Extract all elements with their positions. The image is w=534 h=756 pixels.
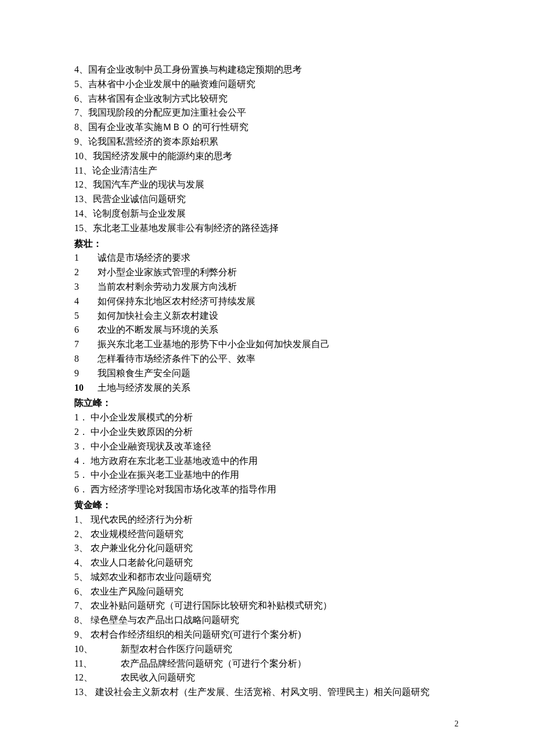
item-text: 如何保持东北地区农村经济可持续发展	[98, 296, 255, 306]
list-item: 2． 中小企业失败原因的分析	[74, 425, 460, 440]
item-number: 6	[74, 323, 98, 337]
item-number: 9、	[74, 136, 88, 146]
list-item: 5、 城郊农业和都市农业问题研究	[74, 570, 460, 585]
list-item: 10、新型农村合作医疗问题研究	[74, 642, 460, 657]
item-text: 吉林省中小企业发展中的融资难问题研究	[88, 79, 255, 89]
item-number: 3、	[74, 543, 91, 553]
item-text: 农村合作经济组织的相关问题研究(可进行个案分析)	[91, 629, 301, 639]
item-text: 土地与经济发展的关系	[98, 383, 190, 393]
item-number: 10、	[74, 151, 93, 161]
item-text: 西方经济学理论对我国市场化改革的指导作用	[91, 484, 276, 494]
list-item: 5如何加快社会主义新农村建设	[74, 309, 460, 323]
item-number: 15、	[74, 223, 93, 233]
item-number: 6．	[74, 484, 88, 494]
item-text: 怎样看待市场经济条件下的公平、效率	[98, 354, 255, 363]
item-text: 中小企业融资现状及改革途径	[91, 441, 211, 451]
item-number: 4、	[74, 64, 88, 74]
list-item: 1诚信是市场经济的要求	[74, 251, 460, 265]
item-number: 3．	[74, 441, 88, 451]
list-item: 4． 地方政府在东北老工业基地改造中的作用	[74, 454, 460, 469]
list-item: 12、农民收入问题研究	[74, 671, 460, 685]
list-item: 13、 建设社会主义新农村（生产发展、生活宽裕、村风文明、管理民主）相关问题研究	[74, 685, 460, 700]
list-item: 7振兴东北老工业基地的形势下中小企业如何加快发展自己	[74, 337, 460, 352]
list-item: 13、民营企业诚信问题研究	[74, 192, 460, 207]
item-text: 农户兼业化分化问题研究	[91, 543, 193, 553]
list-item: 4、国有企业改制中员工身份置换与构建稳定预期的思考	[74, 63, 460, 77]
item-number: 6、	[74, 93, 88, 103]
list-item: 4、 农业人口老龄化问题研究	[74, 556, 460, 570]
item-text: 当前农村剩余劳动力发展方向浅析	[98, 282, 237, 291]
item-number: 7、	[74, 600, 91, 610]
item-number: 1	[74, 251, 98, 265]
item-text: 绿色壁垒与农产品出口战略问题研究	[91, 615, 239, 625]
item-text: 我国经济发展中的能源约束的思考	[93, 151, 232, 161]
item-text: 农业的不断发展与环境的关系	[98, 325, 218, 334]
list-item: 6农业的不断发展与环境的关系	[74, 323, 460, 337]
item-number: 3	[74, 280, 98, 294]
item-text: 诚信是市场经济的要求	[98, 253, 190, 262]
item-text: 中小企业发展模式的分析	[91, 412, 193, 422]
author-heading: 蔡壮：	[74, 237, 460, 251]
item-number: 9、	[74, 629, 91, 639]
item-number: 14、	[74, 208, 93, 218]
author-heading: 陈立峰：	[74, 396, 460, 411]
item-text: 如何加快社会主义新农村建设	[98, 311, 218, 321]
item-number: 11、	[74, 657, 121, 671]
item-number: 7、	[74, 107, 88, 117]
list-item: 9、 农村合作经济组织的相关问题研究(可进行个案分析)	[74, 628, 460, 642]
item-number: 13、	[74, 687, 95, 697]
item-text: 建设社会主义新农村（生产发展、生活宽裕、村风文明、管理民主）相关问题研究	[95, 687, 430, 697]
item-number: 4	[74, 294, 98, 309]
page-number: 2	[454, 718, 459, 730]
item-text: 国有企业改革实施ＭＢＯ 的可行性研究	[88, 122, 248, 132]
item-number: 2．	[74, 427, 88, 437]
item-number: 2	[74, 265, 98, 280]
item-number: 5、	[74, 572, 91, 582]
item-text: 吉林省国有企业改制方式比较研究	[88, 93, 228, 103]
item-text: 论企业清洁生产	[92, 165, 157, 175]
item-text: 农业生产风险问题研究	[91, 586, 183, 596]
list-item: 9我国粮食生产安全问题	[74, 366, 460, 381]
list-item: 8、 绿色壁垒与农产品出口战略问题研究	[74, 613, 460, 628]
item-text: 我国粮食生产安全问题	[98, 368, 190, 378]
item-number: 13、	[74, 194, 93, 204]
list-item: 12、我国汽车产业的现状与发展	[74, 178, 460, 192]
item-number: 10、	[74, 642, 121, 657]
list-item: 6、吉林省国有企业改制方式比较研究	[74, 92, 460, 106]
list-item: 2、 农业规模经营问题研究	[74, 527, 460, 542]
list-item: 3、 农户兼业化分化问题研究	[74, 541, 460, 556]
item-number: 12、	[74, 179, 93, 189]
list-item: 1、 现代农民的经济行为分析	[74, 513, 460, 527]
item-text: 对小型企业家族式管理的利弊分析	[98, 267, 237, 277]
item-text: 国有企业改制中员工身份置换与构建稳定预期的思考	[88, 64, 302, 74]
item-number: 10	[74, 381, 98, 395]
item-text: 中小企业在振兴老工业基地中的作用	[91, 470, 239, 480]
item-text: 论制度创新与企业发展	[93, 208, 186, 218]
item-text: 中小企业失败原因的分析	[91, 427, 193, 437]
list-item: 6． 西方经济学理论对我国市场化改革的指导作用	[74, 483, 460, 497]
list-item: 10土地与经济发展的关系	[74, 381, 460, 395]
list-item: 2对小型企业家族式管理的利弊分析	[74, 265, 460, 280]
list-item: 11、农产品品牌经营问题研究（可进行个案分析）	[74, 657, 460, 671]
list-item: 15、东北老工业基地发展非公有制经济的路径选择	[74, 221, 460, 236]
item-number: 4、	[74, 557, 91, 567]
list-item: 6、 农业生产风险问题研究	[74, 585, 460, 599]
author-heading: 黄金峰：	[74, 498, 460, 513]
item-number: 5	[74, 309, 98, 323]
list-item: 7、我国现阶段的分配应更加注重社会公平	[74, 106, 460, 120]
list-item: 5． 中小企业在振兴老工业基地中的作用	[74, 468, 460, 483]
item-number: 8、	[74, 615, 91, 625]
item-number: 2、	[74, 529, 91, 539]
item-text: 我国汽车产业的现状与发展	[93, 179, 204, 189]
item-text: 农民收入问题研究	[121, 672, 195, 682]
item-number: 7	[74, 337, 98, 352]
item-number: 1．	[74, 412, 88, 422]
list-item: 3． 中小企业融资现状及改革途径	[74, 440, 460, 454]
item-text: 新型农村合作医疗问题研究	[121, 644, 232, 654]
list-item: 11、论企业清洁生产	[74, 164, 460, 178]
list-item: 9、论我国私营经济的资本原始积累	[74, 135, 460, 149]
item-text: 农产品品牌经营问题研究（可进行个案分析）	[121, 658, 306, 668]
item-number: 1、	[74, 514, 91, 524]
item-number: 4．	[74, 456, 88, 466]
item-number: 5、	[74, 79, 88, 89]
